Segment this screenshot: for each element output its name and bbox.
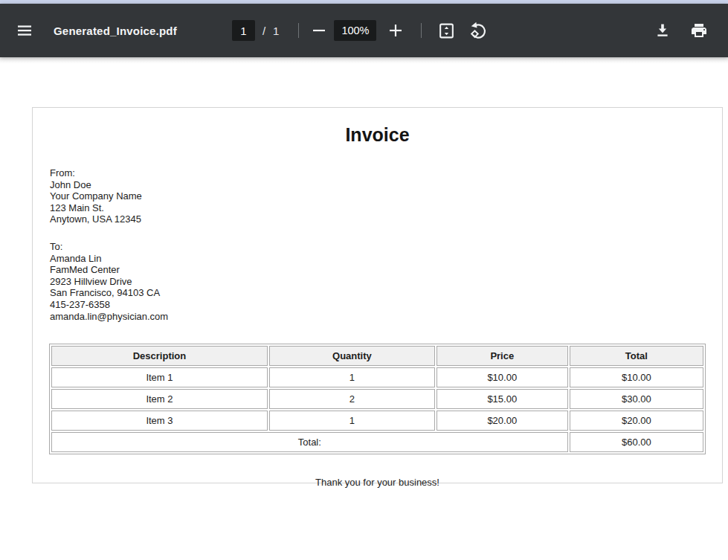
invoice-title: Invoice [33, 124, 722, 146]
zoom-level-display[interactable]: 100% [334, 20, 376, 41]
toolbar-divider [298, 23, 299, 38]
from-line: Anytown, USA 12345 [50, 213, 722, 225]
document-title: Generated_Invoice.pdf [54, 25, 177, 37]
zoom-in-button[interactable] [381, 16, 410, 45]
cell-quantity: 1 [269, 367, 435, 387]
cell-price: $15.00 [437, 389, 568, 409]
from-line: John Doe [50, 179, 722, 191]
to-line: 415-237-6358 [50, 299, 722, 311]
cell-total: $30.00 [570, 389, 703, 409]
zoom-out-button[interactable] [304, 16, 334, 45]
table-row: Item 1 1 $10.00 $10.00 [51, 367, 703, 387]
pdf-viewer-canvas[interactable]: Invoice From: John Doe Your Company Name… [0, 57, 728, 560]
invoice-items-table: Description Quantity Price Total Item 1 … [49, 344, 706, 454]
menu-button[interactable] [10, 16, 39, 45]
pdf-page: Invoice From: John Doe Your Company Name… [32, 107, 723, 483]
cell-quantity: 1 [269, 411, 435, 431]
cell-description: Item 1 [51, 367, 268, 387]
page-controls: / 1 100% [232, 16, 494, 45]
cell-description: Item 3 [51, 411, 268, 431]
to-label: To: [50, 241, 722, 253]
minus-icon [310, 22, 328, 39]
invoice-from-block: From: John Doe Your Company Name 123 Mai… [50, 167, 722, 225]
invoice-footer-note: Thank you for your business! [33, 477, 722, 488]
print-icon [690, 22, 708, 39]
download-icon [654, 22, 671, 39]
fit-to-page-icon [437, 22, 456, 40]
table-total-row: Total: $60.00 [51, 432, 703, 452]
cell-total: $20.00 [570, 411, 703, 431]
fit-to-page-button[interactable] [431, 16, 461, 45]
cell-price: $20.00 [437, 411, 568, 431]
page-number-input[interactable] [232, 20, 255, 41]
table-header-row: Description Quantity Price Total [51, 346, 703, 366]
cell-total: $10.00 [570, 367, 703, 387]
to-line: San Francisco, 94103 CA [50, 287, 722, 299]
from-line: 123 Main St. [50, 202, 722, 214]
column-header-price: Price [437, 346, 568, 366]
from-label: From: [50, 167, 722, 179]
from-line: Your Company Name [50, 190, 722, 202]
to-line: 2923 Hillview Drive [50, 276, 722, 288]
page-total: 1 [273, 25, 279, 37]
column-header-description: Description [51, 346, 268, 366]
toolbar-right-controls [648, 16, 728, 45]
pdf-toolbar: Generated_Invoice.pdf / 1 100% [0, 4, 728, 57]
page-count: / 1 [262, 25, 280, 37]
to-line: amanda.lin@physician.com [50, 311, 722, 323]
table-row: Item 3 1 $20.00 $20.00 [51, 411, 703, 431]
total-value-cell: $60.00 [570, 432, 703, 452]
total-label-cell: Total: [51, 432, 568, 452]
cell-quantity: 2 [269, 389, 435, 409]
cell-price: $10.00 [437, 367, 568, 387]
rotate-button[interactable] [463, 16, 493, 45]
download-button[interactable] [648, 16, 677, 45]
pdf-viewer-window: Generated_Invoice.pdf / 1 100% [0, 0, 728, 560]
print-button[interactable] [684, 16, 714, 45]
column-header-total: Total [570, 346, 703, 366]
table-row: Item 2 2 $15.00 $30.00 [51, 389, 703, 409]
plus-icon [387, 22, 405, 39]
cell-description: Item 2 [51, 389, 268, 409]
column-header-quantity: Quantity [269, 346, 435, 366]
to-line: FamMed Center [50, 264, 722, 276]
toolbar-divider [421, 23, 422, 38]
rotate-counterclockwise-icon [468, 21, 488, 40]
page-separator: / [262, 25, 265, 37]
menu-icon [16, 22, 33, 39]
to-line: Amanda Lin [50, 253, 722, 265]
invoice-to-block: To: Amanda Lin FamMed Center 2923 Hillvi… [50, 241, 722, 322]
